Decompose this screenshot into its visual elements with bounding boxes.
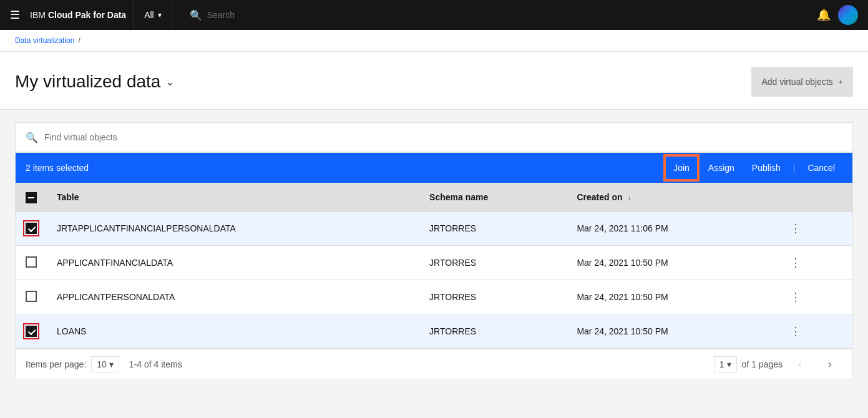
row1-checkbox-cell	[16, 211, 47, 246]
data-table: Table Schema name Created on ↓	[16, 183, 852, 349]
breadcrumb-parent-link[interactable]: Data virtualization	[15, 36, 74, 45]
items-per-page-select[interactable]: 10 ▾	[91, 356, 119, 372]
prev-page-button[interactable]: ‹	[788, 352, 812, 377]
items-per-page-value: 10	[97, 359, 107, 369]
topnav-icons: 🔔	[814, 5, 858, 25]
content-area: 🔍 2 items selected Join Assign Publish |…	[0, 110, 868, 392]
selection-bar: 2 items selected Join Assign Publish | C…	[16, 153, 852, 183]
table-row: APPLICANTPERSONALDATA JRTORRES Mar 24, 2…	[16, 280, 852, 314]
row2-checkbox-cell	[16, 246, 47, 280]
page-chevron-icon: ▾	[727, 359, 731, 369]
row2-created-on: Mar 24, 2021 10:50 PM	[567, 246, 775, 280]
items-per-page-chevron-icon: ▾	[109, 359, 114, 369]
scope-chevron-icon: ▾	[158, 11, 162, 19]
pagination-right: 1 ▾ of 1 pages ‹ ›	[714, 352, 842, 377]
global-search: 🔍	[180, 0, 807, 30]
scope-label: All	[144, 10, 154, 20]
row4-overflow-button[interactable]: ⋮	[785, 322, 806, 341]
breadcrumb: Data virtualization /	[0, 30, 868, 52]
row4-table-name: LOANS	[47, 314, 419, 349]
table-header: Table Schema name Created on ↓	[16, 183, 852, 211]
row3-created-on: Mar 24, 2021 10:50 PM	[567, 280, 775, 314]
row2-checkbox[interactable]	[26, 256, 37, 268]
row3-overflow-button[interactable]: ⋮	[785, 288, 806, 306]
select-all-checkbox[interactable]	[26, 192, 37, 203]
cancel-button[interactable]: Cancel	[800, 155, 842, 180]
row3-checkbox[interactable]	[26, 291, 37, 302]
notification-icon[interactable]: 🔔	[814, 6, 833, 24]
current-page-value: 1	[719, 359, 724, 369]
table-row: LOANS JRTORRES Mar 24, 2021 10:50 PM ⋮	[16, 314, 852, 349]
publish-button[interactable]: Publish	[744, 155, 788, 180]
pagination-left: Items per page: 10 ▾ 1-4 of 4 items	[26, 356, 182, 372]
table-body: JRTAPPLICANTFINANCIALPERSONALDATA JRTORR…	[16, 211, 852, 349]
row1-table-name: JRTAPPLICANTFINANCIALPERSONALDATA	[47, 211, 419, 246]
global-search-input[interactable]	[207, 10, 797, 20]
add-button-label: Add virtual objects	[761, 77, 832, 87]
row4-created-on: Mar 24, 2021 10:50 PM	[567, 314, 775, 349]
avatar[interactable]	[838, 5, 858, 25]
total-pages-label: of 1 pages	[742, 359, 783, 369]
assign-button[interactable]: Assign	[701, 155, 742, 180]
row4-actions: ⋮	[775, 314, 852, 349]
row1-actions: ⋮	[775, 211, 852, 246]
items-range-label: 1-4 of 4 items	[129, 359, 182, 369]
sort-icon: ↓	[627, 193, 631, 202]
page-header: My virtualized data ⌄ Add virtual object…	[0, 52, 868, 110]
add-icon: +	[838, 77, 843, 87]
header-schema-col: Schema name	[419, 183, 567, 211]
row1-checkbox[interactable]	[26, 223, 37, 234]
header-table-col: Table	[47, 183, 419, 211]
search-icon: 🔍	[190, 9, 202, 21]
table-search-icon: 🔍	[26, 132, 38, 143]
join-button[interactable]: Join	[665, 155, 698, 180]
action-divider: |	[793, 163, 796, 173]
hamburger-menu-icon[interactable]: ☰	[10, 8, 20, 22]
row2-table-name: APPLICANTFINANCIALDATA	[47, 246, 419, 280]
header-created-col[interactable]: Created on ↓	[567, 183, 775, 211]
row2-overflow-button[interactable]: ⋮	[785, 253, 806, 272]
breadcrumb-separator: /	[78, 36, 80, 45]
row2-actions: ⋮	[775, 246, 852, 280]
row2-schema-name: JRTORRES	[419, 246, 567, 280]
pagination: Items per page: 10 ▾ 1-4 of 4 items 1 ▾ …	[16, 349, 852, 379]
add-virtual-objects-button[interactable]: Add virtual objects +	[751, 67, 853, 97]
selection-actions: Join Assign Publish | Cancel	[665, 155, 842, 180]
brand-logo: IBM Cloud Pak for Data	[30, 10, 126, 20]
table-container: 2 items selected Join Assign Publish | C…	[15, 152, 853, 379]
header-actions-col	[775, 183, 852, 211]
items-per-page-label: Items per page:	[26, 359, 86, 369]
selection-count: 2 items selected	[26, 163, 657, 173]
table-search-bar: 🔍	[15, 122, 853, 152]
row3-table-name: APPLICANTPERSONALDATA	[47, 280, 419, 314]
header-checkbox-col	[16, 183, 47, 211]
row3-schema-name: JRTORRES	[419, 280, 567, 314]
page-title-chevron-icon: ⌄	[165, 75, 175, 89]
row4-checkbox-cell	[16, 314, 47, 349]
page-title-text: My virtualized data	[15, 72, 160, 92]
row3-checkbox-cell	[16, 280, 47, 314]
brand-name: Cloud Pak for Data	[48, 10, 126, 20]
row3-actions: ⋮	[775, 280, 852, 314]
table-search-input[interactable]	[44, 132, 842, 142]
page-title[interactable]: My virtualized data ⌄	[15, 72, 175, 92]
scope-selector[interactable]: All ▾	[134, 0, 172, 30]
table-row: JRTAPPLICANTFINANCIALPERSONALDATA JRTORR…	[16, 211, 852, 246]
row4-checkbox[interactable]	[26, 326, 37, 337]
row1-created-on: Mar 24, 2021 11:06 PM	[567, 211, 775, 246]
next-page-button[interactable]: ›	[817, 352, 842, 377]
row4-schema-name: JRTORRES	[419, 314, 567, 349]
row1-schema-name: JRTORRES	[419, 211, 567, 246]
top-navigation: ☰ IBM Cloud Pak for Data All ▾ 🔍 🔔	[0, 0, 868, 30]
row1-overflow-button[interactable]: ⋮	[785, 219, 806, 238]
page-number-select[interactable]: 1 ▾	[714, 356, 737, 372]
table-row: APPLICANTFINANCIALDATA JRTORRES Mar 24, …	[16, 246, 852, 280]
